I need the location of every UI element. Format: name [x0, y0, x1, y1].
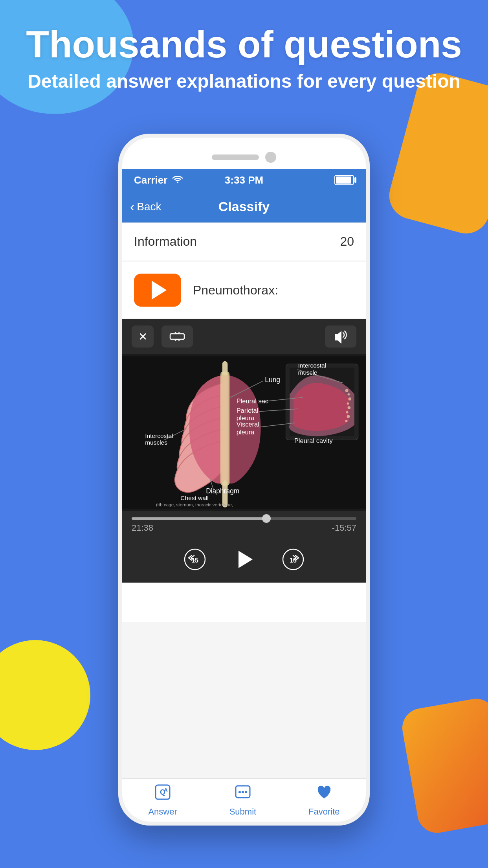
volume-button[interactable] [325, 326, 356, 348]
video-section: Pneumothorax: [122, 262, 366, 318]
back-label: Back [137, 200, 161, 213]
svg-text:Diaphragm: Diaphragm [206, 487, 239, 495]
status-left: Carrier [134, 174, 183, 186]
play-pause-button[interactable] [230, 546, 258, 573]
status-bar: Carrier 3:33 PM [122, 169, 366, 191]
answer-icon: Q A [154, 783, 171, 804]
tab-submit-label: Submit [229, 807, 256, 817]
svg-text:Visceral: Visceral [237, 421, 259, 428]
sub-headline: Detailed answer explanations for every q… [16, 69, 472, 94]
svg-text:pleura: pleura [237, 428, 255, 436]
header-section: Thousands of questions Detailed answer e… [0, 24, 488, 94]
playback-controls: 15 15 [122, 539, 366, 583]
tab-answer-label: Answer [148, 807, 177, 817]
nav-bar: ‹ Back Classify [122, 191, 366, 223]
close-video-button[interactable]: ✕ [132, 326, 154, 348]
tab-favorite[interactable]: Favorite [308, 783, 339, 817]
progress-section: 21:38 -15:57 [122, 511, 366, 539]
svg-point-43 [238, 791, 241, 793]
info-number: 20 [340, 234, 354, 249]
info-label: Information [134, 234, 197, 249]
current-time: 21:38 [132, 523, 153, 533]
submit-icon [234, 783, 251, 804]
svg-point-45 [245, 791, 247, 793]
svg-point-44 [242, 791, 244, 793]
favorite-icon [316, 783, 333, 804]
remaining-time: -15:57 [332, 523, 356, 533]
video-player: ✕ [122, 319, 366, 583]
info-row: Information 20 [122, 223, 366, 261]
battery-fill [336, 177, 351, 184]
svg-text:muscle: muscle [298, 369, 317, 376]
play-icon [238, 551, 253, 568]
progress-fill [132, 517, 266, 520]
battery-icon [334, 175, 354, 185]
bottom-content [122, 583, 366, 622]
tab-answer[interactable]: Q A Answer [148, 783, 177, 817]
anatomy-image: Lung Intercostal muscle Pleural sac Pari… [122, 354, 366, 511]
bg-decoration-bottom-left [0, 640, 90, 750]
svg-text:muscles: muscles [145, 439, 167, 446]
svg-text:Pleural cavity: Pleural cavity [294, 437, 333, 444]
svg-text:Chest wall: Chest wall [180, 495, 209, 501]
nav-title: Classify [218, 199, 270, 214]
svg-text:Intercostal: Intercostal [145, 432, 173, 439]
svg-point-12 [347, 415, 350, 418]
content-area: Information 20 Pneumothorax: ✕ [122, 223, 366, 778]
tab-submit[interactable]: Submit [229, 783, 256, 817]
video-label: Pneumothorax: [193, 283, 278, 298]
svg-text:Lung: Lung [265, 376, 280, 384]
back-button[interactable]: ‹ Back [130, 199, 161, 214]
svg-text:(rib cage, sternum, thoracic v: (rib cage, sternum, thoracic vertebrae, [156, 502, 233, 507]
rewind-button[interactable]: 15 [183, 548, 207, 571]
status-time: 3:33 PM [225, 174, 263, 186]
main-headline: Thousands of questions [16, 24, 472, 65]
forward-button[interactable]: 15 [281, 548, 305, 571]
progress-dot [262, 514, 271, 523]
phone-speaker [212, 154, 259, 160]
youtube-play-button[interactable] [134, 274, 181, 307]
svg-point-7 [348, 393, 350, 395]
bg-decoration-bottom-right [399, 696, 488, 836]
tab-favorite-label: Favorite [308, 807, 339, 817]
svg-text:pleura: pleura [237, 414, 255, 421]
svg-text:15: 15 [191, 557, 198, 564]
svg-point-9 [347, 402, 349, 405]
svg-point-11 [346, 411, 349, 414]
video-toolbar-left: ✕ [132, 326, 193, 348]
svg-rect-0 [170, 334, 184, 339]
svg-text:Pleural sac: Pleural sac [237, 397, 268, 405]
phone-top-bar [212, 152, 276, 163]
svg-text:Parietal: Parietal [237, 407, 259, 414]
carrier-label: Carrier [134, 174, 167, 186]
time-row: 21:38 -15:57 [132, 520, 356, 536]
phone-camera [265, 152, 276, 163]
phone-inner: Carrier 3:33 PM ‹ Back Classify [122, 138, 366, 822]
svg-point-13 [345, 420, 348, 422]
svg-rect-3 [220, 371, 229, 486]
svg-text:Intercostal: Intercostal [298, 362, 327, 369]
svg-text:A: A [164, 787, 168, 793]
play-triangle-icon [152, 281, 167, 300]
back-chevron-icon: ‹ [130, 199, 134, 214]
resize-video-button[interactable] [161, 326, 193, 348]
progress-track[interactable] [132, 517, 356, 520]
svg-point-8 [348, 397, 351, 401]
phone-mockup: Carrier 3:33 PM ‹ Back Classify [118, 134, 370, 826]
svg-point-10 [348, 406, 351, 409]
tab-bar: Q A Answer Submit [122, 778, 366, 822]
svg-point-6 [345, 389, 349, 392]
video-toolbar: ✕ [122, 319, 366, 354]
wifi-icon [172, 175, 183, 186]
